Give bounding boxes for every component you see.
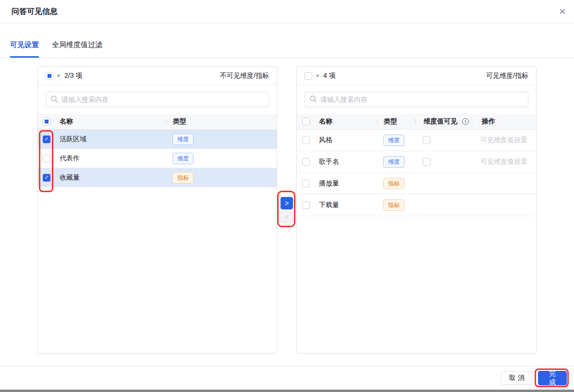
tabbar: 可见设置 全局维度值过滤 bbox=[0, 37, 574, 58]
row-checkbox[interactable] bbox=[43, 155, 50, 162]
right-select-all-checkbox[interactable] bbox=[305, 72, 312, 80]
table-row[interactable]: 下载量 指标 bbox=[297, 195, 536, 216]
right-col-type: 类型 bbox=[378, 117, 415, 126]
type-tag: 指标 bbox=[383, 199, 404, 211]
close-icon[interactable]: × bbox=[559, 6, 566, 17]
right-item-count: 4 项 bbox=[323, 72, 336, 80]
right-panel-title: 可见维度/指标 bbox=[486, 72, 528, 80]
left-table-select-all-checkbox[interactable] bbox=[43, 118, 50, 125]
row-name: 活跃区域 bbox=[60, 135, 166, 144]
left-col-name: 名称 bbox=[60, 117, 166, 126]
row-name: 风格 bbox=[319, 136, 377, 145]
dim-value-settings-link[interactable]: 可见维度值设置 bbox=[480, 136, 527, 145]
left-panel-title: 不可见维度/指标 bbox=[220, 72, 269, 80]
right-col-dim-visible: 维度值可见 ! bbox=[415, 117, 472, 126]
row-checkbox[interactable]: ✓ bbox=[43, 135, 50, 143]
info-icon[interactable]: ! bbox=[462, 118, 469, 125]
type-tag: 维度 bbox=[172, 134, 194, 145]
row-checkbox[interactable] bbox=[302, 136, 310, 144]
right-col-action: 操作 bbox=[472, 117, 536, 126]
table-row[interactable]: 风格 维度 可见维度值设置 bbox=[297, 130, 536, 151]
type-tag: 指标 bbox=[172, 172, 194, 184]
visible-items-panel: ∨ 4 项 可见维度/指标 名称 类型 维度值可见 ! 操作 bbox=[296, 66, 537, 354]
row-name: 代表作 bbox=[60, 154, 166, 163]
left-search-input[interactable] bbox=[46, 92, 269, 107]
table-row[interactable]: 歌手名 维度 可见维度值设置 bbox=[297, 151, 536, 173]
cancel-button[interactable]: 取 消 bbox=[501, 371, 533, 385]
table-row[interactable]: ✓ 活跃区域 维度 bbox=[38, 130, 277, 149]
right-table-header: 名称 类型 维度值可见 ! 操作 bbox=[297, 114, 536, 130]
dialog-footer: 取 消 完 成 bbox=[0, 366, 574, 390]
dialog-title: 问答可见信息 bbox=[12, 7, 58, 17]
right-table-select-all-checkbox[interactable] bbox=[302, 118, 310, 125]
dialog-header: 问答可见信息 × bbox=[0, 0, 574, 24]
type-tag: 维度 bbox=[172, 153, 194, 164]
dim-visible-label: 维度值可见 bbox=[424, 117, 457, 126]
left-panel-header: ∨ 2/3 项 不可见维度/指标 bbox=[38, 67, 277, 85]
dim-visible-checkbox[interactable] bbox=[423, 158, 430, 166]
type-tag: 维度 bbox=[383, 156, 404, 168]
dim-visible-checkbox[interactable] bbox=[423, 136, 430, 144]
type-tag: 指标 bbox=[383, 178, 404, 189]
row-name: 收藏量 bbox=[60, 173, 166, 182]
left-selected-count: 2/3 项 bbox=[64, 72, 82, 80]
left-select-all-checkbox[interactable] bbox=[46, 72, 53, 80]
type-tag: 维度 bbox=[383, 135, 404, 146]
right-col-name: 名称 bbox=[319, 117, 377, 126]
qa-visible-info-dialog: 问答可见信息 × 可见设置 全局维度值过滤 ∨ 2/3 项 不可见维度/指标 名… bbox=[0, 0, 574, 392]
left-table-header: 名称 类型 bbox=[38, 114, 277, 130]
chevron-down-icon[interactable]: ∨ bbox=[57, 73, 61, 78]
table-row[interactable]: ✓ 收藏量 指标 bbox=[38, 168, 277, 187]
right-panel-header: ∨ 4 项 可见维度/指标 bbox=[297, 67, 536, 85]
table-row[interactable]: 播放量 指标 bbox=[297, 173, 536, 195]
bottom-edge-bar bbox=[0, 390, 574, 392]
row-name: 下载量 bbox=[319, 201, 377, 209]
search-icon bbox=[50, 95, 59, 103]
invisible-items-panel: ∨ 2/3 项 不可见维度/指标 名称 类型 ✓ 活跃区域 维度 代表作 维度 bbox=[37, 66, 277, 354]
row-name: 播放量 bbox=[319, 179, 377, 188]
row-name: 歌手名 bbox=[319, 158, 377, 166]
tab-visible-settings[interactable]: 可见设置 bbox=[10, 37, 39, 58]
dim-value-settings-link[interactable]: 可见维度值设置 bbox=[480, 158, 527, 166]
row-checkbox[interactable] bbox=[302, 180, 310, 187]
chevron-down-icon[interactable]: ∨ bbox=[316, 73, 319, 78]
right-search-input[interactable] bbox=[305, 92, 528, 107]
search-icon bbox=[309, 95, 318, 103]
move-to-right-button[interactable]: > bbox=[281, 197, 293, 209]
move-to-left-button[interactable]: < bbox=[281, 211, 293, 223]
left-search bbox=[46, 92, 269, 107]
right-search bbox=[305, 92, 528, 107]
table-row[interactable]: 代表作 维度 bbox=[38, 149, 277, 168]
tab-global-dim-filter[interactable]: 全局维度值过滤 bbox=[52, 37, 102, 58]
done-button[interactable]: 完 成 bbox=[538, 371, 567, 385]
left-col-type: 类型 bbox=[167, 117, 277, 126]
row-checkbox[interactable] bbox=[302, 158, 310, 166]
row-checkbox[interactable] bbox=[302, 201, 310, 209]
row-checkbox[interactable]: ✓ bbox=[43, 174, 50, 182]
